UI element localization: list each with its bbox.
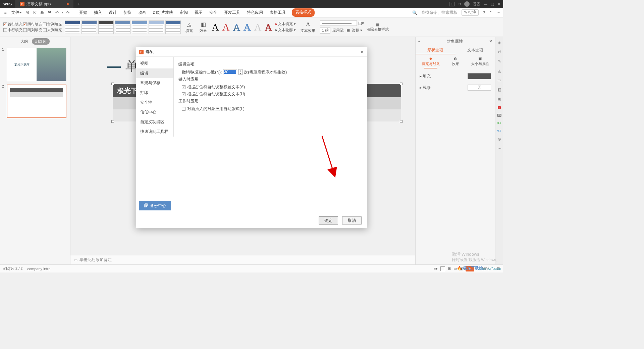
line-color-icon[interactable]: ▢▾: [358, 21, 364, 26]
ok-button[interactable]: 确定: [319, 216, 338, 225]
tab-slideshow[interactable]: 幻灯片放映: [152, 8, 174, 17]
side-icon-2[interactable]: ↺: [498, 50, 501, 54]
table-style-2[interactable]: [82, 20, 97, 34]
sync-icon[interactable]: ⟲: [458, 2, 461, 6]
chk-total-row[interactable]: [3, 28, 7, 32]
nav-security[interactable]: 安全性: [136, 98, 173, 107]
wordart-gallery[interactable]: A A A A A A: [212, 21, 272, 33]
help-icon[interactable]: ?: [483, 10, 485, 15]
tab-review[interactable]: 审阅: [179, 8, 189, 17]
slides-tab[interactable]: 幻灯片: [32, 38, 50, 45]
wordart-4[interactable]: A: [244, 21, 251, 33]
line-weight-select[interactable]: 1 磅: [320, 27, 330, 34]
chk-autofit-body[interactable]: ✔: [182, 92, 185, 96]
table-style-1[interactable]: [65, 20, 80, 34]
user-avatar-icon[interactable]: [464, 1, 470, 7]
slide-thumb-1[interactable]: 极光下载站: [7, 48, 66, 81]
export-icon[interactable]: ⇱: [32, 10, 38, 15]
apply-grid-icon[interactable]: ▦: [346, 28, 350, 33]
side-icon-4[interactable]: ◬: [498, 68, 501, 73]
table-style-4[interactable]: [115, 20, 130, 34]
view-normal-icon[interactable]: [440, 266, 445, 271]
table-style-6[interactable]: [149, 20, 164, 34]
undo-dropdown-icon[interactable]: ▾: [62, 11, 63, 14]
border-button[interactable]: 边框 ▾: [352, 28, 362, 33]
prop-expand-icon[interactable]: «: [418, 39, 421, 44]
tab-design[interactable]: 设计: [108, 8, 117, 17]
chk-autofit-title[interactable]: ✔: [182, 85, 185, 89]
prop-tab-text[interactable]: 文本选项: [455, 46, 495, 54]
badge-1[interactable]: 1: [449, 2, 454, 6]
text-effect-button[interactable]: A文本效果: [299, 21, 317, 33]
side-icon-8[interactable]: ⊙: [498, 137, 501, 142]
text-outline-button[interactable]: A 文本轮廓 ▾: [275, 28, 296, 33]
prop-close-icon[interactable]: ✕: [489, 39, 492, 44]
tab-transition[interactable]: 切换: [123, 8, 132, 17]
tab-start[interactable]: 开始: [78, 8, 88, 17]
undo-icon[interactable]: ↶: [54, 10, 60, 15]
chk-first-col[interactable]: [43, 22, 47, 26]
text-fill-button[interactable]: A 文本填充 ▾: [275, 21, 296, 27]
tab-animation[interactable]: 动画: [138, 8, 147, 17]
preview-icon[interactable]: ◚: [47, 10, 52, 15]
search-icon[interactable]: 🔍: [412, 10, 417, 15]
nav-custom-ribbon[interactable]: 自定义功能区: [136, 117, 173, 127]
undo-spinner[interactable]: ▲▼: [238, 69, 243, 75]
tab-view[interactable]: 视图: [194, 8, 203, 17]
chk-last-col[interactable]: [43, 28, 47, 32]
search-placeholder[interactable]: 查找命令、搜索模板: [421, 10, 458, 15]
side-icon-1[interactable]: ◈: [498, 40, 501, 45]
prop-sub-fill[interactable]: ◆填充与线条: [422, 56, 440, 68]
nav-view[interactable]: 视图: [136, 59, 173, 68]
backup-center-button[interactable]: 🗐 备份中心: [139, 201, 171, 210]
clear-table-style-button[interactable]: ▦ 清除表格样式: [367, 22, 389, 32]
slide-thumb-2[interactable]: [7, 85, 66, 118]
table-style-gallery[interactable]: [65, 20, 181, 34]
undo-steps-input[interactable]: [223, 69, 237, 75]
new-tab-button[interactable]: +: [73, 1, 84, 7]
tab-insert[interactable]: 插入: [93, 8, 103, 17]
line-select[interactable]: 无: [468, 85, 491, 91]
line-style-select[interactable]: [320, 20, 357, 26]
chk-banded-cols[interactable]: [23, 28, 27, 32]
prop-tab-shape[interactable]: 形状选项: [416, 46, 455, 54]
collapse-ribbon-icon[interactable]: ⌃: [489, 10, 492, 15]
side-icon-3[interactable]: ✎: [498, 59, 501, 64]
more-icon[interactable]: ⋯: [496, 10, 500, 15]
side-icon-5[interactable]: ▭: [497, 78, 501, 83]
prop-line-row[interactable]: ▸ 线条 无: [416, 82, 495, 93]
fill-swatch[interactable]: [468, 73, 491, 79]
prop-sub-effect[interactable]: ◐效果: [452, 56, 459, 68]
nav-trust[interactable]: 信任中心: [136, 107, 173, 117]
prop-sub-size[interactable]: ▣大小与属性: [471, 56, 489, 68]
side-icon-7[interactable]: ▣: [497, 97, 501, 101]
chk-auto-layout[interactable]: [182, 107, 185, 111]
wordart-5[interactable]: A: [254, 21, 262, 33]
effect-button[interactable]: ◧效果: [198, 21, 209, 33]
view-sorter-icon[interactable]: ⊞: [448, 266, 451, 271]
wordart-3[interactable]: A: [233, 21, 240, 33]
dialog-close-button[interactable]: ✕: [360, 49, 364, 55]
side-icon-6[interactable]: ◧: [497, 87, 501, 92]
save-icon[interactable]: 🖫: [25, 10, 30, 15]
nav-general[interactable]: 常规与保存: [136, 78, 173, 88]
wordart-1[interactable]: A: [212, 21, 219, 33]
table-style-7[interactable]: [165, 20, 181, 34]
tab-tabletools[interactable]: 表格工具: [269, 8, 286, 17]
table-style-3[interactable]: [98, 20, 114, 34]
menu-icon[interactable]: ≡: [3, 10, 8, 15]
print-icon[interactable]: 🖶: [40, 10, 45, 15]
chk-banded-rows[interactable]: ✔: [23, 22, 27, 26]
nav-qat[interactable]: 快速访问工具栏: [136, 127, 173, 137]
chk-header-row[interactable]: ✔: [3, 22, 7, 26]
nav-print[interactable]: 打印: [136, 88, 173, 98]
tab-tablestyle[interactable]: 表格样式: [292, 8, 315, 17]
nav-edit[interactable]: 编辑: [136, 68, 173, 78]
side-more-icon[interactable]: ⋯: [497, 146, 501, 151]
tab-special[interactable]: 特色应用: [246, 8, 264, 17]
tab-devtools[interactable]: 开发工具: [223, 8, 241, 17]
batch-comment-button[interactable]: ✎ 批注: [462, 9, 479, 16]
notes-toggle-icon[interactable]: ≡▾: [434, 266, 438, 271]
table-style-5[interactable]: [132, 20, 147, 34]
side-badge-79[interactable]: 79: [497, 114, 501, 117]
